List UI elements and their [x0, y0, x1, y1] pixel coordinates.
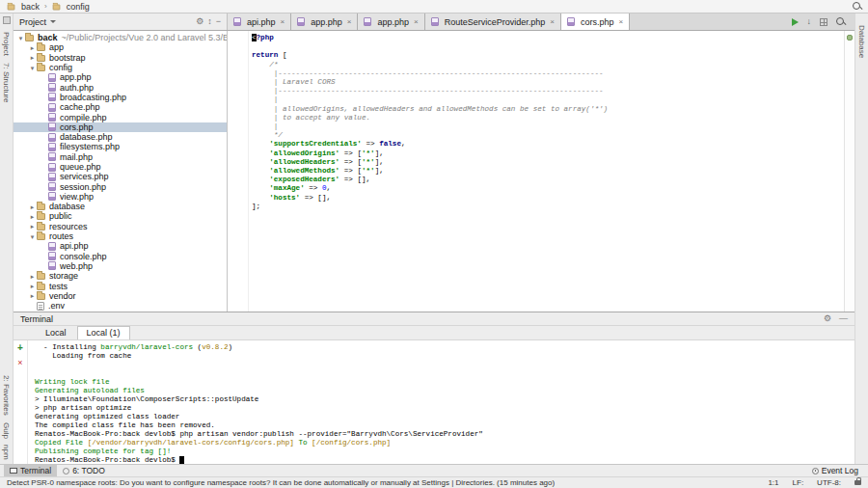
line-separator[interactable]: LF:: [793, 478, 804, 487]
code-area[interactable]: <?phpreturn [ /* |----------------------…: [249, 31, 844, 312]
tool-window-button-project[interactable]: Project: [2, 32, 11, 56]
collapse-all-icon[interactable]: ↕: [207, 17, 212, 26]
main-area: ▾back~/Public/Projects/Vue 2.0 and Larav…: [14, 31, 854, 312]
editor: <?phpreturn [ /* |----------------------…: [228, 31, 854, 312]
new-session-icon[interactable]: +: [17, 343, 23, 353]
run-icon[interactable]: [792, 18, 799, 26]
hide-terminal-icon[interactable]: —: [839, 314, 848, 323]
tree-item-database.php[interactable]: database.php: [14, 132, 227, 142]
tree-item-queue.php[interactable]: queue.php: [14, 162, 227, 172]
settings-gear-icon[interactable]: ⚙: [196, 17, 203, 26]
terminal-line: Publishing complete for tag []!: [35, 447, 854, 456]
terminal-toolbar: + ×: [14, 340, 28, 464]
terminal-tabs: LocalLocal (1): [14, 326, 854, 340]
close-icon[interactable]: ×: [414, 17, 419, 26]
tree-item-view.php[interactable]: view.php: [14, 192, 227, 202]
tree-item-mail.php[interactable]: mail.php: [14, 152, 227, 162]
chevron-down-icon[interactable]: [50, 20, 56, 23]
editor-tab-app.php[interactable]: app.php×: [358, 14, 424, 30]
terminal-tab-local[interactable]: Local: [37, 327, 75, 339]
tree-item-resources[interactable]: ▸resources: [14, 222, 227, 231]
close-session-icon[interactable]: ×: [17, 359, 22, 367]
status-message[interactable]: Detect PSR-0 namespace roots: Do you wan…: [7, 478, 754, 487]
tree-item-back[interactable]: ▾back~/Public/Projects/Vue 2.0 and Larav…: [14, 33, 227, 42]
editor-tab-app.php[interactable]: app.php×: [291, 14, 358, 30]
tree-item-app.php[interactable]: app.php: [14, 72, 227, 82]
breadcrumb-item-back[interactable]: back: [6, 2, 41, 12]
file-icon: [48, 163, 56, 172]
chevron-down-icon[interactable]: ▾: [28, 65, 37, 71]
tree-item-web.php[interactable]: web.php: [14, 261, 227, 271]
grid-icon[interactable]: [820, 18, 827, 26]
tool-window-button-database[interactable]: Database: [857, 25, 866, 58]
chevron-down-icon[interactable]: ▾: [16, 35, 25, 41]
close-icon[interactable]: ×: [550, 17, 555, 26]
chevron-right-icon[interactable]: ▸: [28, 223, 37, 230]
tree-item-bootstrap[interactable]: ▸bootstrap: [14, 53, 227, 63]
file-encoding[interactable]: UTF-8:: [817, 478, 841, 487]
terminal-tab-local-1[interactable]: Local (1): [77, 326, 130, 339]
chevron-right-icon[interactable]: ▸: [28, 54, 37, 61]
lock-icon[interactable]: [854, 480, 861, 485]
tree-item-cache.php[interactable]: cache.php: [14, 102, 227, 112]
caret-position[interactable]: 1:1: [768, 478, 778, 487]
tree-item-api.php[interactable]: api.php: [14, 241, 227, 251]
tool-window-button-2-favorites[interactable]: 2: Favorites: [2, 375, 11, 416]
chevron-right-icon[interactable]: ▸: [28, 273, 37, 280]
tree-item-filesystems.php[interactable]: filesystems.php: [14, 142, 227, 151]
terminal-output[interactable]: - Installing barryvdh/laravel-cors (v0.8…: [28, 340, 854, 464]
tree-item-routes[interactable]: ▾routes: [14, 231, 227, 241]
search-icon[interactable]: [836, 17, 846, 27]
search-everywhere-icon[interactable]: [853, 2, 862, 12]
tree-item-app[interactable]: ▸app: [14, 42, 227, 52]
tree-item-config[interactable]: ▾config: [14, 63, 227, 72]
tree-item-vendor[interactable]: ▸vendor: [14, 291, 227, 301]
tool-window-switcher-icon[interactable]: [3, 16, 11, 24]
code-line: |---------------------------------------…: [252, 69, 844, 78]
php-file-icon: [233, 17, 241, 26]
chevron-right-icon[interactable]: ▸: [28, 203, 37, 210]
terminal-line: Loading from cache: [35, 352, 854, 361]
editor-tabs: api.php×app.php×app.php×RouteServiceProv…: [228, 14, 783, 30]
tree-item-services.php[interactable]: services.php: [14, 172, 227, 181]
code-line: [252, 42, 844, 51]
terminal-header: Terminal ⚙ —: [14, 312, 854, 326]
chevron-right-icon[interactable]: ▸: [28, 292, 37, 299]
project-panel-header[interactable]: Project ⚙ ↕ −: [14, 14, 228, 30]
tool-window-button-7-structure[interactable]: 7: Structure: [2, 63, 11, 102]
chevron-right-icon[interactable]: ▸: [28, 44, 37, 51]
tool-window-button-npm[interactable]: npm: [2, 445, 11, 460]
project-panel-title[interactable]: Project: [19, 17, 46, 27]
tree-item-auth.php[interactable]: auth.php: [14, 82, 227, 92]
file-icon: [48, 113, 56, 122]
hide-panel-icon[interactable]: −: [216, 17, 221, 26]
toolwindow-button-terminal[interactable]: Terminal: [4, 465, 57, 477]
chevron-right-icon[interactable]: ▸: [28, 213, 37, 220]
editor-tab-cors.php[interactable]: cors.php×: [561, 14, 630, 30]
folder-icon: [37, 213, 45, 220]
terminal-settings-gear-icon[interactable]: ⚙: [824, 314, 831, 323]
tree-item-broadcasting.php[interactable]: broadcasting.php: [14, 93, 227, 102]
close-icon[interactable]: ×: [281, 17, 285, 26]
tree-item-console.php[interactable]: console.php: [14, 252, 227, 261]
editor-tab-routeserviceprovider.php[interactable]: RouteServiceProvider.php×: [425, 14, 561, 30]
event-log-button[interactable]: Event Log: [806, 465, 864, 477]
tree-item-storage[interactable]: ▸storage: [14, 271, 227, 281]
tree-item-.env[interactable]: .env: [14, 301, 227, 311]
tree-item-cors.php[interactable]: cors.php: [14, 122, 227, 132]
chevron-down-icon[interactable]: ▾: [28, 233, 37, 240]
editor-tab-api.php[interactable]: api.php×: [228, 14, 291, 30]
close-icon[interactable]: ×: [618, 17, 623, 26]
close-icon[interactable]: ×: [347, 17, 352, 26]
breadcrumb-item-config[interactable]: config: [51, 2, 91, 12]
chevron-right-icon[interactable]: ▸: [28, 283, 37, 289]
tool-window-button-gulp[interactable]: Gulp: [2, 422, 11, 439]
toolwindow-button-6-todo[interactable]: 6: TODO: [57, 465, 111, 477]
code-line: |: [252, 122, 844, 131]
tree-item-tests[interactable]: ▸tests: [14, 281, 227, 290]
update-arrow-icon[interactable]: ↓: [807, 17, 812, 26]
tree-item-compile.php[interactable]: compile.php: [14, 112, 227, 122]
tree-item-session.php[interactable]: session.php: [14, 181, 227, 191]
tree-item-public[interactable]: ▸public: [14, 211, 227, 221]
tree-item-database[interactable]: ▸database: [14, 202, 227, 211]
